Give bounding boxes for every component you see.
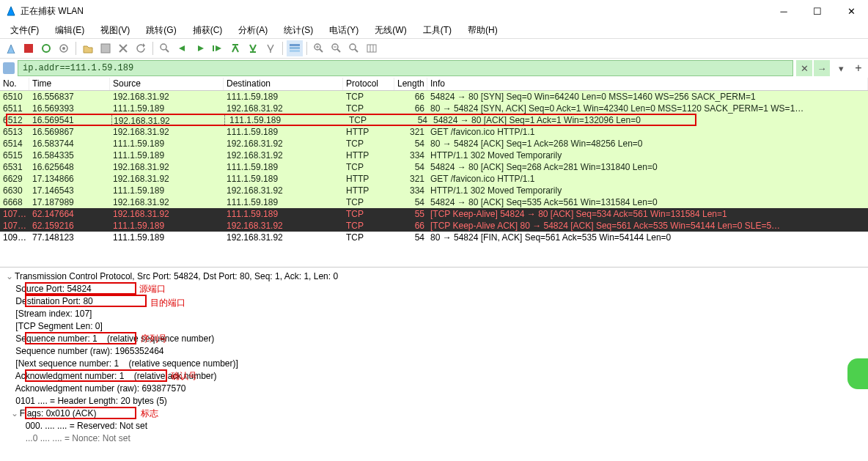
toolbar (0, 38, 868, 59)
detail-seq-raw[interactable]: Sequence number (raw): 1965352464 (6, 345, 862, 358)
detail-seg-len[interactable]: [TCP Segment Len: 0] (6, 320, 862, 333)
zoom-out-icon[interactable] (328, 40, 345, 56)
detail-reserved[interactable]: 000. .... .... = Reserved: Not set (6, 420, 862, 432)
next-packet-icon[interactable] (192, 40, 208, 56)
svg-point-20 (350, 44, 356, 50)
start-capture-icon[interactable] (3, 40, 19, 56)
minimize-button[interactable]: ─ (767, 0, 801, 22)
packet-row[interactable]: 662917.134866192.168.31.92111.1.59.189HT… (0, 173, 868, 185)
svg-point-5 (161, 44, 166, 50)
detail-tcp-header[interactable]: ⌄Transmission Control Protocol, Src Port… (6, 270, 862, 283)
svg-line-14 (320, 49, 323, 52)
col-length[interactable]: Length (394, 78, 427, 90)
apply-filter-icon[interactable]: → (814, 60, 830, 76)
packet-row[interactable]: 651416.583744111.1.59.189192.168.31.92TC… (0, 138, 868, 150)
menu-view[interactable]: 视图(V) (96, 23, 134, 38)
close-file-icon[interactable] (115, 40, 131, 56)
menu-capture[interactable]: 捕获(C) (188, 23, 227, 38)
find-icon[interactable] (157, 40, 173, 56)
menu-goto[interactable]: 跳转(G) (141, 23, 180, 38)
restart-capture-icon[interactable] (38, 40, 54, 56)
packet-row[interactable]: 663017.146543111.1.59.189192.168.31.92HT… (0, 185, 868, 196)
detail-ack-raw[interactable]: Acknowledgment number (raw): 693877570 (6, 383, 862, 395)
menu-help[interactable]: 帮助(H) (463, 23, 502, 38)
menu-telephony[interactable]: 电话(Y) (325, 23, 363, 38)
packet-row[interactable]: 109…77.148123111.1.59.189192.168.31.92TC… (0, 232, 868, 243)
packet-details: ⌄Transmission Control Protocol, Src Port… (0, 268, 868, 449)
svg-rect-22 (367, 45, 376, 52)
goto-packet-icon[interactable] (210, 40, 226, 56)
zoom-reset-icon[interactable] (346, 40, 362, 56)
menu-tools[interactable]: 工具(T) (419, 23, 456, 38)
filter-bar: ✕ → ▾ + (0, 59, 868, 78)
packet-row[interactable]: 651016.556837192.168.31.92111.1.59.189TC… (0, 91, 868, 103)
maximize-button[interactable]: ☐ (801, 0, 834, 22)
detail-seq-number[interactable]: Sequence number: 1 (relative sequence nu… (6, 333, 862, 345)
reload-icon[interactable] (133, 40, 149, 56)
detail-next-seq[interactable]: [Next sequence number: 1 (relative seque… (6, 358, 862, 370)
side-badge (847, 358, 868, 389)
menu-file[interactable]: 文件(F) (6, 23, 43, 38)
menu-analyze[interactable]: 分析(A) (234, 23, 272, 38)
menu-statistics[interactable]: 统计(S) (279, 23, 317, 38)
svg-rect-11 (290, 47, 300, 49)
detail-ack-number[interactable]: Acknowledgment number: 1 (relative ack n… (6, 370, 862, 383)
menubar: 文件(F) 编辑(E) 视图(V) 跳转(G) 捕获(C) 分析(A) 统计(S… (0, 22, 868, 38)
svg-line-21 (355, 49, 358, 52)
col-destination[interactable]: Destination (224, 78, 343, 90)
capture-options-icon[interactable] (56, 40, 72, 56)
stop-capture-icon[interactable] (21, 40, 37, 56)
svg-line-18 (337, 49, 340, 52)
packet-row[interactable]: 651516.584335111.1.59.189192.168.31.92HT… (0, 150, 868, 161)
svg-point-1 (43, 45, 50, 52)
packet-row[interactable]: 651116.569393111.1.59.189192.168.31.92TC… (0, 103, 868, 114)
packet-row[interactable]: 107…62.147664192.168.31.92111.1.59.189TC… (0, 208, 868, 220)
col-no[interactable]: No. (0, 78, 29, 90)
detail-header-len[interactable]: 0101 .... = Header Length: 20 bytes (5) (6, 395, 862, 407)
open-file-icon[interactable] (80, 40, 96, 56)
resize-columns-icon[interactable] (364, 40, 380, 56)
column-headers: No. Time Source Destination Protocol Len… (0, 78, 868, 91)
col-source[interactable]: Source (110, 78, 224, 90)
detail-flags[interactable]: ⌄Flags: 0x010 (ACK) (6, 407, 862, 420)
col-time[interactable]: Time (29, 78, 110, 90)
filter-bookmark-icon[interactable] (3, 62, 15, 74)
svg-point-3 (62, 47, 65, 50)
add-filter-button[interactable]: + (852, 62, 865, 75)
svg-rect-10 (290, 44, 300, 46)
packet-row[interactable]: 651316.569867192.168.31.92111.1.59.189HT… (0, 126, 868, 138)
packet-row[interactable]: 666817.187989192.168.31.92111.1.59.189TC… (0, 196, 868, 208)
save-file-icon[interactable] (98, 40, 114, 56)
packet-row[interactable]: 653116.625648192.168.31.92111.1.59.189TC… (0, 161, 868, 173)
col-info[interactable]: Info (427, 78, 868, 90)
autoscroll-icon[interactable] (262, 40, 279, 56)
svg-rect-12 (290, 50, 300, 52)
menu-wireless[interactable]: 无线(W) (370, 23, 411, 38)
col-protocol[interactable]: Protocol (343, 78, 394, 90)
packet-list: No. Time Source Destination Protocol Len… (0, 78, 868, 267)
packet-row[interactable]: 651216.569541192.168.31.92111.1.59.189TC… (0, 114, 868, 126)
detail-stream-index[interactable]: [Stream index: 107] (6, 308, 862, 320)
app-icon (6, 5, 18, 17)
detail-dest-port[interactable]: Destination Port: 80 (6, 295, 862, 308)
titlebar: 正在捕获 WLAN ─ ☐ ✕ (0, 0, 868, 22)
recent-filters-icon[interactable]: ▾ (833, 60, 849, 76)
prev-packet-icon[interactable] (174, 40, 191, 56)
svg-line-6 (166, 49, 169, 52)
window-title: 正在捕获 WLAN (21, 5, 84, 18)
last-packet-icon[interactable] (245, 40, 261, 56)
close-button[interactable]: ✕ (834, 0, 868, 22)
svg-rect-0 (24, 44, 33, 53)
detail-nonce[interactable]: ...0 .... .... = Nonce: Not set (6, 432, 862, 445)
menu-edit[interactable]: 编辑(E) (51, 23, 89, 38)
detail-source-port[interactable]: Source Port: 54824 (6, 283, 862, 295)
svg-rect-4 (101, 44, 110, 53)
display-filter-input[interactable] (18, 60, 793, 76)
clear-filter-icon[interactable]: ✕ (796, 60, 812, 76)
first-packet-icon[interactable] (227, 40, 243, 56)
zoom-in-icon[interactable] (311, 40, 327, 56)
packet-row[interactable]: 107…62.159216111.1.59.189192.168.31.92TC… (0, 220, 868, 232)
colorize-icon[interactable] (287, 40, 303, 56)
